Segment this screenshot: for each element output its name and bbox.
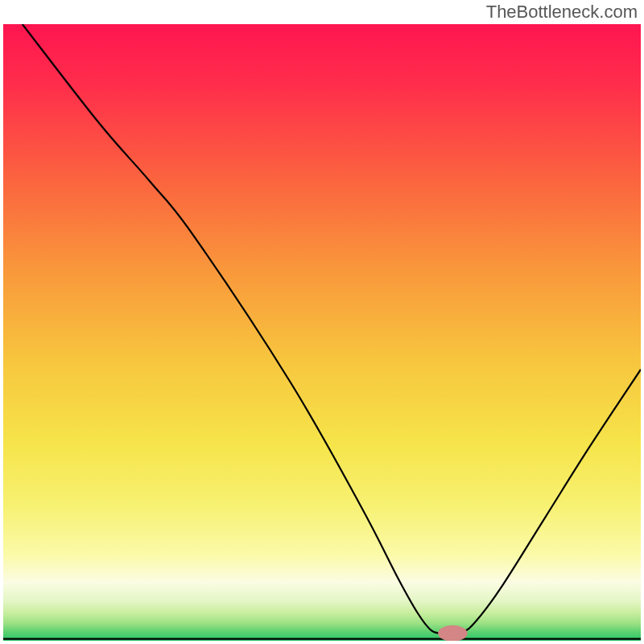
optimal-marker: [438, 625, 467, 641]
bottleneck-chart: TheBottleneck.com: [0, 0, 644, 644]
plot-area: [3, 24, 641, 641]
gradient-background: [3, 24, 641, 641]
chart-svg: [3, 24, 641, 641]
watermark-label: TheBottleneck.com: [486, 2, 638, 23]
